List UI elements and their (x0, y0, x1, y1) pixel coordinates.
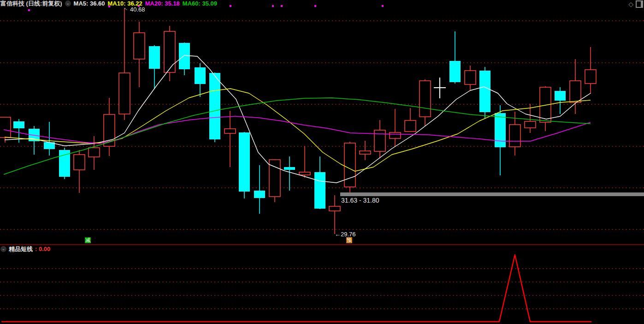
chevron-down-icon[interactable]: ⌄ (0, 246, 6, 252)
ma60-label: MA60: 35.09 (183, 0, 217, 7)
forecast-badge[interactable]: 预 (346, 237, 352, 243)
high-price-label: 40.68 (130, 6, 145, 13)
indicator-value: : 0.00 (35, 246, 50, 252)
range-price-label: 31.63 - 31.80 (341, 197, 379, 204)
reduce-badge[interactable]: 减 (85, 237, 91, 243)
chart-header: 富信科技 (日线:前复权) ⌄ MA5: 36.60 MA10: 36.22 M… (0, 0, 217, 7)
panel-toggle-icon[interactable] (636, 0, 643, 8)
ma20-label: MA20: 35.18 (145, 0, 180, 7)
ma5-label: MA5: 36.60 (74, 0, 105, 7)
diamond-icon[interactable]: ◇ (628, 1, 633, 7)
candlestick-chart-canvas[interactable] (0, 0, 644, 324)
chevron-down-icon[interactable]: ⌄ (65, 0, 71, 6)
stock-title: 富信科技 (日线:前复权) (0, 0, 62, 8)
window-controls: ◇ (628, 0, 643, 8)
panel-divider (0, 244, 644, 245)
low-price-label: ←29.76 (335, 231, 356, 238)
indicator-header: ⌄ 精品短线 : 0.00 (0, 246, 50, 252)
stock-chart-app: { "header": { "title": "富信科技 (日线:前复权)", … (0, 0, 644, 324)
indicator-title: 精品短线 (9, 245, 33, 253)
